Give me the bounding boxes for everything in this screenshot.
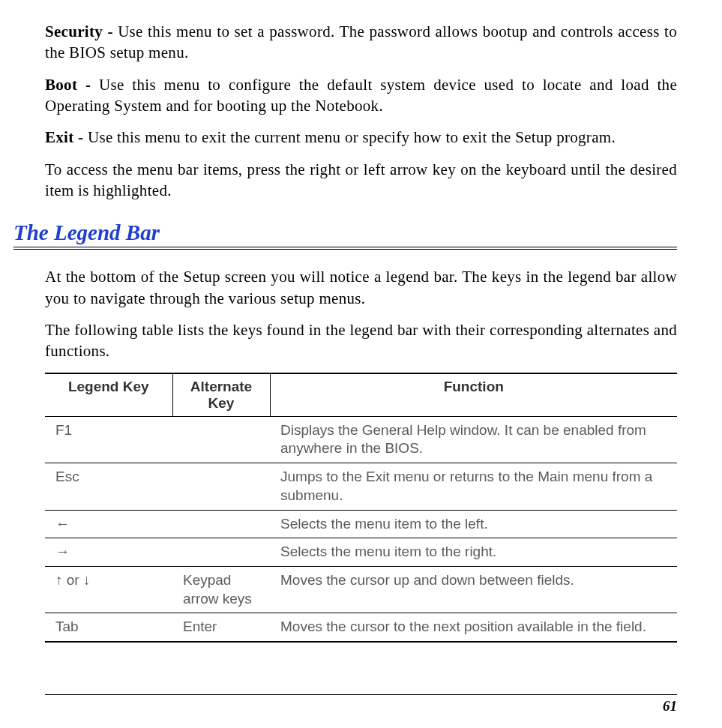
table-row: Tab Enter Moves the cursor to the next p…	[45, 613, 677, 642]
text-security: Use this menu to set a password. The pas…	[45, 22, 677, 61]
th-alternate-key: Alternate Key	[172, 373, 270, 417]
legend-table: Legend Key Alternate Key Function F1 Dis…	[45, 373, 677, 643]
table-header-row: Legend Key Alternate Key Function	[45, 373, 677, 417]
th-legend-key: Legend Key	[45, 373, 172, 417]
paragraph-boot: Boot - Use this menu to configure the de…	[45, 74, 677, 117]
paragraph-intro2: The following table lists the keys found…	[45, 319, 677, 362]
cell-legend: Tab	[45, 613, 172, 642]
paragraph-access: To access the menu bar items, press the …	[45, 159, 677, 202]
cell-function: Selects the menu item to the left.	[270, 510, 677, 538]
label-exit: Exit -	[45, 128, 88, 146]
table-row: ↑ or ↓ Keypad arrow keys Moves the curso…	[45, 566, 677, 613]
text-exit: Use this menu to exit the current menu o…	[88, 128, 616, 146]
section-heading-legend-bar: The Legend Bar	[13, 220, 677, 245]
th-function: Function	[270, 373, 677, 417]
label-boot: Boot -	[45, 76, 99, 94]
text-boot: Use this menu to configure the default s…	[45, 76, 677, 115]
cell-alternate: Keypad arrow keys	[172, 566, 270, 613]
cell-function: Selects the menu item to the right.	[270, 538, 677, 567]
page-number: 61	[45, 698, 677, 715]
cell-alternate	[172, 510, 270, 538]
table-row: ← Selects the menu item to the left.	[45, 510, 677, 538]
cell-alternate: Enter	[172, 613, 270, 642]
cell-legend: F1	[45, 416, 172, 463]
cell-legend: →	[45, 538, 172, 567]
table-row: → Selects the menu item to the right.	[45, 538, 677, 567]
label-security: Security -	[45, 22, 118, 40]
cell-legend: ↑ or ↓	[45, 566, 172, 613]
table-row: Esc Jumps to the Exit menu or returns to…	[45, 463, 677, 510]
cell-alternate	[172, 538, 270, 567]
paragraph-intro1: At the bottom of the Setup screen you wi…	[45, 266, 677, 309]
cell-function: Moves the cursor to the next position av…	[270, 613, 677, 642]
heading-underline	[13, 247, 677, 250]
table-row: F1 Displays the General Help window. It …	[45, 416, 677, 463]
cell-alternate	[172, 463, 270, 510]
cell-legend: ←	[45, 510, 172, 538]
cell-function: Jumps to the Exit menu or returns to the…	[270, 463, 677, 510]
cell-legend: Esc	[45, 463, 172, 510]
paragraph-exit: Exit - Use this menu to exit the current…	[45, 127, 677, 148]
cell-function: Moves the cursor up and down between fie…	[270, 566, 677, 613]
paragraph-security: Security - Use this menu to set a passwo…	[45, 21, 677, 64]
page-footer: 61	[45, 694, 677, 715]
footer-rule	[45, 694, 677, 695]
cell-function: Displays the General Help window. It can…	[270, 416, 677, 463]
cell-alternate	[172, 416, 270, 463]
